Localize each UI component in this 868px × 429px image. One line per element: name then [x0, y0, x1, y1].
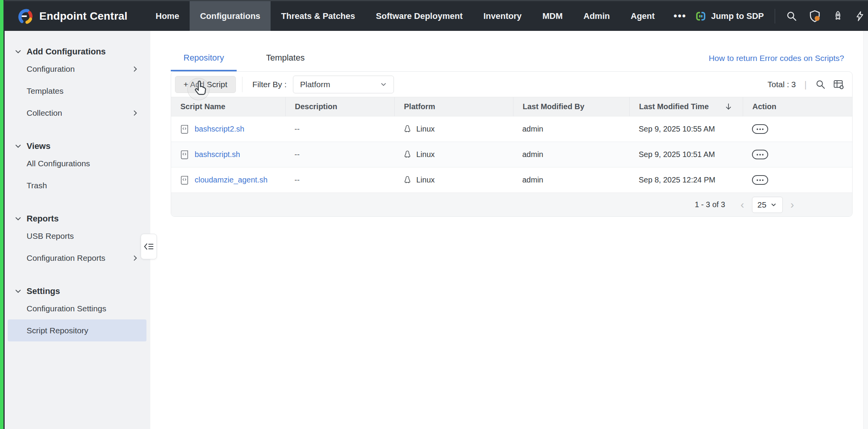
collapse-sidebar-icon: [143, 242, 154, 252]
table-body: bashscript2.sh -- Linux admin Sep 9, 202…: [171, 116, 852, 193]
chevron-down-icon: [15, 215, 22, 222]
error-codes-help-link[interactable]: How to return Error codes on Scripts?: [709, 54, 844, 71]
sidebar-item-script-repository[interactable]: Script Repository: [8, 319, 146, 341]
filter-by-label: Filter By :: [252, 80, 287, 89]
nav-item-inventory[interactable]: Inventory: [473, 1, 532, 31]
row-actions-menu-icon[interactable]: [752, 175, 768, 185]
brand-name: Endpoint Central: [39, 10, 128, 22]
nav-item-agent[interactable]: Agent: [620, 1, 665, 31]
total-count-label: Total : 3: [767, 80, 796, 89]
platform-filter-dropdown[interactable]: Platform: [293, 76, 394, 93]
column-header-platform[interactable]: Platform: [394, 97, 513, 116]
modified-by-cell: admin: [513, 125, 629, 133]
platform-cell: Linux: [394, 150, 513, 159]
screenshare-edge: [0, 0, 3, 429]
sidebar-group-add-configurations: Add Configurations Configuration Templat…: [5, 46, 150, 124]
modified-by-cell: admin: [513, 176, 629, 184]
sidebar-item-templates[interactable]: Templates: [8, 80, 146, 102]
nav-item-software-deployment[interactable]: Software Deployment: [365, 1, 473, 31]
nav-item-mdm[interactable]: MDM: [532, 1, 573, 31]
linux-icon: [404, 125, 411, 134]
description-cell: --: [285, 150, 394, 159]
sidebar-item-configuration-reports[interactable]: Configuration Reports: [8, 247, 146, 269]
linux-icon: [404, 150, 411, 159]
sidebar-group-title-settings[interactable]: Settings: [5, 285, 150, 297]
main-menu: Home Configurations Threats & Patches So…: [145, 1, 695, 31]
tab-repository[interactable]: Repository: [171, 53, 237, 71]
jump-to-sdp-button[interactable]: Jump to SDP: [695, 10, 764, 22]
sidebar-group-views: Views All Configurations Trash: [5, 140, 150, 196]
security-shield-icon[interactable]: [808, 10, 821, 23]
column-settings-icon[interactable]: [833, 79, 844, 90]
modified-time-cell: Sep 9, 2025 10:51 AM: [629, 150, 743, 159]
pagination-prev-icon[interactable]: ‹: [738, 199, 746, 210]
nav-item-admin[interactable]: Admin: [573, 1, 620, 31]
app-window: Endpoint Central Home Configurations Thr…: [0, 0, 868, 429]
script-name-link[interactable]: bashscript.sh: [195, 150, 240, 159]
description-cell: --: [285, 176, 394, 184]
sidebar-group-title-add-configurations[interactable]: Add Configurations: [5, 46, 150, 58]
add-script-button[interactable]: + Add Script: [175, 76, 236, 93]
table-toolbar: + Add Script Filter By : Platform Total …: [171, 72, 852, 97]
brand-logo-area[interactable]: Endpoint Central: [5, 1, 145, 31]
navbar-divider: [775, 9, 775, 24]
table-header-row: Script Name Description Platform Last Mo…: [171, 97, 852, 116]
sidebar-collapse-toggle[interactable]: [141, 234, 157, 259]
column-header-script-name[interactable]: Script Name: [171, 97, 285, 116]
chevron-down-icon: [15, 48, 22, 55]
sidebar-group-title-views[interactable]: Views: [5, 140, 150, 152]
column-header-action: Action: [743, 97, 852, 116]
sort-descending-icon[interactable]: [724, 103, 733, 111]
table-row: cloudamzie_agent.sh -- Linux admin Sep 8…: [171, 167, 852, 193]
table-row: bashscript.sh -- Linux admin Sep 9, 2025…: [171, 142, 852, 167]
row-actions-menu-icon[interactable]: [752, 124, 768, 134]
tab-templates[interactable]: Templates: [253, 53, 317, 71]
rocket-icon[interactable]: [832, 10, 844, 22]
screenshare-edge-shadow: [3, 0, 5, 429]
script-repository-card: + Add Script Filter By : Platform Total …: [171, 71, 853, 217]
sidebar-group-reports: Reports USB Reports Configuration Report…: [5, 213, 150, 269]
script-file-icon: [180, 175, 190, 185]
column-header-last-modified-by[interactable]: Last Modified By: [513, 97, 629, 116]
nav-item-home[interactable]: Home: [145, 1, 190, 31]
vertical-scrollbar[interactable]: [863, 31, 868, 429]
tabs-row: Repository Templates How to return Error…: [150, 31, 868, 71]
description-cell: --: [285, 125, 394, 133]
sidebar-item-usb-reports[interactable]: USB Reports: [8, 225, 146, 247]
search-icon[interactable]: [786, 10, 797, 22]
sidebar-item-collection[interactable]: Collection: [8, 102, 146, 124]
top-navbar: Endpoint Central Home Configurations Thr…: [5, 0, 868, 31]
chevron-right-icon: [132, 110, 139, 117]
chevron-right-icon: [132, 255, 139, 262]
column-header-last-modified-time[interactable]: Last Modified Time: [629, 97, 743, 116]
table-search-icon[interactable]: [815, 79, 826, 90]
page-size-dropdown[interactable]: 25: [752, 197, 783, 213]
chevron-down-icon: [380, 81, 387, 88]
script-name-link[interactable]: bashscript2.sh: [195, 125, 244, 133]
sidebar-group-title-reports[interactable]: Reports: [5, 213, 150, 225]
nav-item-threats-patches[interactable]: Threats & Patches: [271, 1, 365, 31]
sidebar-item-trash[interactable]: Trash: [8, 174, 146, 196]
pagination-next-icon[interactable]: ›: [788, 199, 796, 210]
script-name-link[interactable]: cloudamzie_agent.sh: [195, 176, 267, 184]
platform-cell: Linux: [394, 125, 513, 134]
nav-more-menu-icon[interactable]: •••: [665, 1, 695, 31]
sidebar-item-configuration-settings[interactable]: Configuration Settings: [8, 297, 146, 319]
nav-item-configurations[interactable]: Configurations: [190, 1, 271, 31]
pagination-range-label: 1 - 3 of 3: [695, 200, 725, 209]
modified-by-cell: admin: [513, 150, 629, 159]
chevron-down-icon: [15, 288, 22, 295]
pagination-bar: 1 - 3 of 3 ‹ 25 ›: [171, 193, 852, 216]
notifications-bolt-icon[interactable]: [855, 11, 865, 22]
platform-cell: Linux: [394, 176, 513, 185]
sidebar-item-all-configurations[interactable]: All Configurations: [8, 152, 146, 174]
chevron-right-icon: [132, 66, 139, 73]
sdp-icon: [695, 10, 707, 22]
left-sidebar: Add Configurations Configuration Templat…: [5, 31, 150, 429]
sidebar-item-configuration[interactable]: Configuration: [8, 58, 146, 80]
row-actions-menu-icon[interactable]: [752, 150, 768, 159]
column-header-description[interactable]: Description: [285, 97, 394, 116]
table-row: bashscript2.sh -- Linux admin Sep 9, 202…: [171, 116, 852, 142]
navbar-utilities: Jump to SDP: [695, 1, 868, 31]
toolbar-pipe-divider: |: [804, 79, 807, 90]
